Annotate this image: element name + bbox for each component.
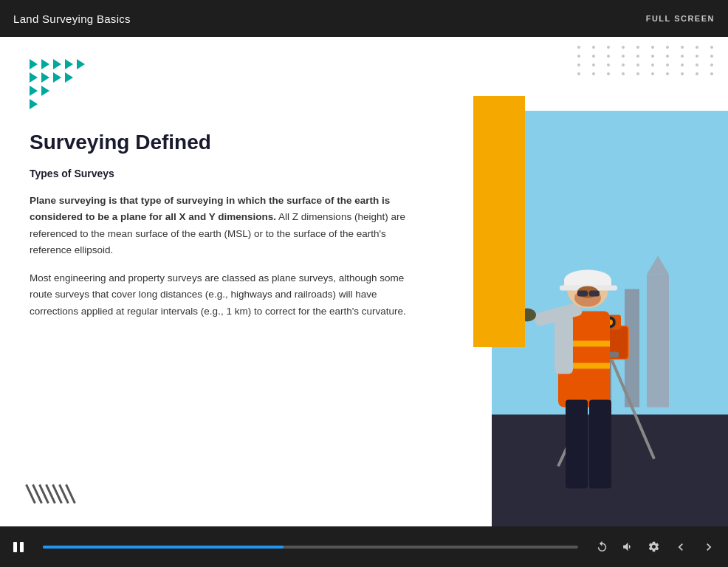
paragraph-2: Most engineering and property surveys ar… bbox=[30, 270, 413, 320]
pause-icon bbox=[12, 540, 25, 554]
arrow-row-1 bbox=[30, 59, 418, 69]
slash-decoration bbox=[30, 484, 72, 504]
slide-content: Surveying Defined Types of Surveys Plane… bbox=[0, 37, 728, 526]
top-bar: Land Surveying Basics FULL SCREEN bbox=[0, 0, 728, 37]
volume-icon bbox=[622, 540, 634, 553]
surveyor-photo bbox=[492, 111, 728, 526]
volume-button[interactable] bbox=[622, 540, 634, 553]
teal-arrow bbox=[30, 72, 38, 83]
arrow-row-4 bbox=[30, 99, 418, 109]
svg-rect-25 bbox=[577, 291, 588, 297]
svg-rect-29 bbox=[589, 400, 611, 489]
body-text: Plane surveying is that type of surveyin… bbox=[30, 193, 413, 320]
teal-arrow bbox=[30, 86, 38, 96]
teal-arrow bbox=[30, 99, 38, 109]
dot-grid-decoration bbox=[577, 46, 719, 75]
teal-arrow bbox=[41, 59, 49, 69]
next-button[interactable] bbox=[701, 540, 716, 554]
left-panel: Surveying Defined Types of Surveys Plane… bbox=[0, 37, 447, 526]
svg-rect-28 bbox=[566, 400, 588, 489]
next-icon bbox=[701, 540, 716, 554]
course-title: Land Surveying Basics bbox=[13, 13, 131, 25]
settings-button[interactable] bbox=[648, 540, 660, 553]
arrow-decoration bbox=[30, 59, 418, 112]
paragraph-1: Plane surveying is that type of surveyin… bbox=[30, 193, 413, 258]
teal-arrow bbox=[65, 72, 73, 83]
replay-button[interactable] bbox=[596, 540, 608, 553]
teal-arrow bbox=[77, 59, 85, 69]
right-panel bbox=[447, 37, 728, 526]
svg-rect-31 bbox=[20, 542, 24, 552]
replay-icon bbox=[596, 540, 608, 553]
pause-button[interactable] bbox=[12, 540, 25, 554]
teal-arrow bbox=[30, 59, 38, 69]
yellow-accent-bar bbox=[473, 96, 525, 347]
teal-arrow bbox=[41, 86, 49, 96]
control-bar bbox=[0, 526, 728, 567]
settings-icon bbox=[648, 540, 660, 553]
progress-bar[interactable] bbox=[43, 546, 578, 549]
teal-arrow bbox=[53, 59, 61, 69]
survey-types-label: Types of Surveys bbox=[30, 168, 418, 179]
teal-arrow bbox=[65, 59, 73, 69]
progress-fill bbox=[43, 546, 284, 549]
arrow-row-3 bbox=[30, 86, 418, 96]
teal-arrow bbox=[41, 72, 49, 83]
svg-rect-30 bbox=[13, 542, 17, 552]
svg-rect-16 bbox=[554, 315, 573, 374]
slide-title: Surveying Defined bbox=[30, 131, 418, 154]
svg-rect-26 bbox=[589, 291, 600, 297]
teal-arrow bbox=[53, 72, 61, 83]
right-controls bbox=[596, 540, 716, 554]
svg-rect-2 bbox=[647, 275, 669, 408]
fullscreen-button[interactable]: FULL SCREEN bbox=[646, 14, 715, 23]
prev-button[interactable] bbox=[673, 540, 688, 554]
prev-icon bbox=[673, 540, 688, 554]
arrow-row-2 bbox=[30, 72, 418, 83]
